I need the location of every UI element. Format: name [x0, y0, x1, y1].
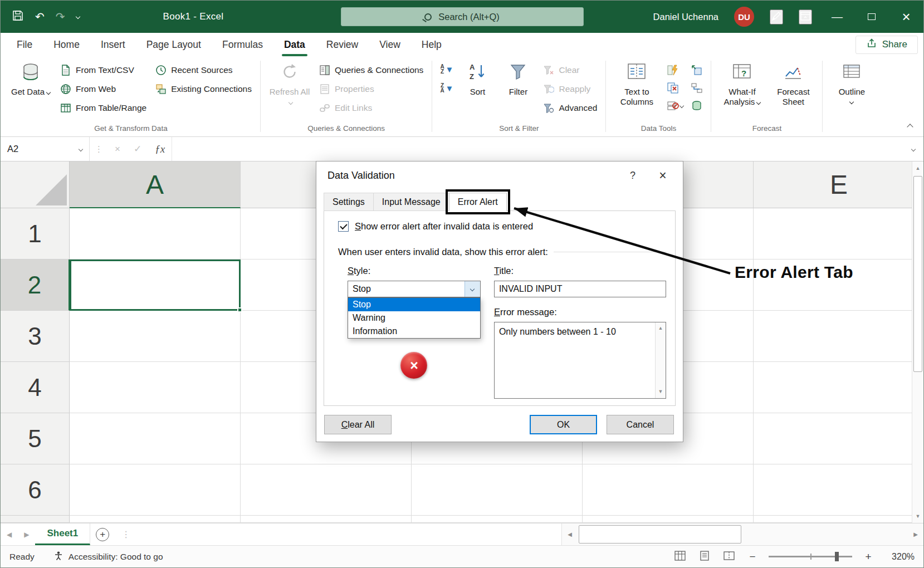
select-all-corner[interactable] [1, 161, 70, 208]
insert-function-button[interactable]: ƒx [148, 137, 172, 161]
column-header-e[interactable]: E [754, 161, 923, 208]
avatar[interactable]: DU [734, 7, 754, 27]
cell[interactable] [412, 516, 583, 523]
get-data-button[interactable]: Get Data [7, 58, 55, 98]
tab-settings[interactable]: Settings [324, 193, 374, 211]
consolidate-button[interactable] [688, 63, 706, 77]
accessibility-status[interactable]: Accessibility: Good to go [53, 551, 163, 563]
from-table-range-button[interactable]: From Table/Range [56, 101, 150, 115]
tab-error-alert[interactable]: Error Alert [449, 193, 507, 211]
tab-help[interactable]: Help [411, 33, 452, 56]
tab-home[interactable]: Home [43, 33, 90, 56]
cell[interactable] [754, 208, 923, 259]
cell[interactable] [70, 413, 241, 464]
cell[interactable] [70, 208, 241, 259]
cell[interactable] [583, 516, 754, 523]
save-button[interactable] [12, 9, 24, 25]
collapse-ribbon-button[interactable] [908, 123, 912, 131]
textarea-scrollbar[interactable]: ▲ ▼ [655, 322, 666, 398]
cell[interactable] [754, 311, 923, 362]
sort-descending-button[interactable]: ZA ▼ [437, 82, 456, 94]
horizontal-scrollbar[interactable]: ◀ ▶ [561, 523, 923, 545]
vertical-scrollbar[interactable]: ▲ ▼ [912, 161, 923, 523]
row-header-6[interactable]: 6 [1, 464, 70, 516]
cell[interactable] [754, 516, 923, 523]
ribbon-display-options-button[interactable] [799, 9, 812, 25]
row-header-5[interactable]: 5 [1, 413, 70, 464]
scroll-up-button[interactable]: ▲ [912, 161, 923, 175]
cell[interactable] [754, 413, 923, 464]
zoom-slider-thumb[interactable] [835, 552, 839, 561]
page-layout-view-button[interactable] [697, 550, 712, 564]
tab-view[interactable]: View [369, 33, 411, 56]
name-box[interactable]: A2 [1, 137, 90, 161]
row-header-2[interactable]: 2 [1, 259, 70, 311]
page-break-preview-button[interactable] [722, 550, 736, 564]
cell[interactable] [754, 464, 923, 516]
flash-fill-button[interactable] [664, 63, 686, 77]
redo-button[interactable]: ↷ [56, 10, 65, 23]
recent-sources-button[interactable]: Recent Sources [151, 63, 255, 77]
cell[interactable] [70, 464, 241, 516]
cancel-entry-button[interactable]: × [108, 137, 127, 161]
tab-file[interactable]: File [6, 33, 43, 56]
row-header-partial[interactable] [1, 516, 70, 523]
remove-duplicates-button[interactable] [664, 81, 686, 95]
tab-insert[interactable]: Insert [90, 33, 136, 56]
maximize-button[interactable] [862, 7, 881, 26]
formula-input[interactable] [172, 137, 903, 161]
tab-data[interactable]: Data [273, 33, 316, 56]
vertical-scroll-thumb[interactable] [913, 176, 922, 372]
search-box[interactable]: Search (Alt+Q) [341, 7, 584, 26]
show-error-alert-checkbox[interactable]: Show error alert after invalid data is e… [338, 221, 666, 232]
existing-connections-button[interactable]: Existing Connections [151, 82, 255, 96]
sort-ascending-button[interactable]: AZ ▼ [437, 63, 456, 75]
row-header-4[interactable]: 4 [1, 362, 70, 413]
row-header-1[interactable]: 1 [1, 208, 70, 259]
alert-title-input[interactable]: INVALID INPUT [494, 281, 666, 297]
style-combobox[interactable]: Stop [348, 281, 481, 297]
tab-review[interactable]: Review [316, 33, 369, 56]
normal-view-button[interactable] [673, 550, 687, 564]
pen-button[interactable] [770, 9, 783, 25]
properties-button[interactable]: Properties [315, 82, 427, 96]
data-validation-button[interactable] [664, 99, 686, 113]
clear-filter-button[interactable]: Clear [539, 63, 600, 77]
scroll-right-button[interactable]: ▶ [908, 523, 923, 545]
relationships-button[interactable] [688, 81, 706, 95]
tab-input-message[interactable]: Input Message [373, 193, 449, 211]
share-button[interactable]: Share [855, 36, 918, 54]
dialog-title-bar[interactable]: Data Validation ? × [316, 161, 683, 189]
option-information[interactable]: Information [348, 325, 480, 338]
clear-all-button[interactable]: Clear All [324, 415, 392, 434]
tab-formulas[interactable]: Formulas [212, 33, 273, 56]
horizontal-scroll-track[interactable] [578, 523, 908, 545]
previous-sheet-button[interactable]: ◀ [1, 523, 18, 545]
tab-page-layout[interactable]: Page Layout [136, 33, 212, 56]
expand-formula-bar-button[interactable] [903, 137, 923, 161]
outline-button[interactable]: Outline [828, 58, 876, 105]
reapply-filter-button[interactable]: Reapply [539, 82, 600, 96]
error-message-textarea[interactable]: Only numbers between 1 - 10 ▲ ▼ [494, 322, 666, 399]
zoom-in-button[interactable]: + [862, 551, 874, 563]
enter-entry-button[interactable]: ✓ [127, 137, 148, 161]
close-button[interactable]: × [897, 7, 916, 26]
option-warning[interactable]: Warning [348, 311, 480, 325]
what-if-analysis-button[interactable]: ? What-If Analysis [716, 58, 767, 109]
zoom-out-button[interactable]: − [746, 551, 759, 563]
dialog-close-button[interactable]: × [654, 168, 672, 183]
dialog-help-button[interactable]: ? [624, 170, 642, 182]
edit-links-button[interactable]: Edit Links [315, 101, 427, 115]
option-stop[interactable]: Stop [348, 298, 480, 311]
scroll-down-button[interactable]: ▼ [912, 510, 923, 523]
minimize-button[interactable]: — [828, 7, 847, 26]
filter-button[interactable]: Filter [498, 58, 537, 98]
from-text-csv-button[interactable]: From Text/CSV [56, 63, 150, 77]
sort-button[interactable]: AZ Sort [458, 58, 497, 98]
zoom-slider[interactable] [769, 556, 852, 557]
from-web-button[interactable]: From Web [56, 82, 150, 96]
undo-button[interactable]: ↶ [35, 10, 45, 23]
combobox-dropdown-button[interactable] [465, 281, 480, 297]
row-header-3[interactable]: 3 [1, 311, 70, 362]
text-to-columns-button[interactable]: Text to Columns [611, 58, 662, 109]
